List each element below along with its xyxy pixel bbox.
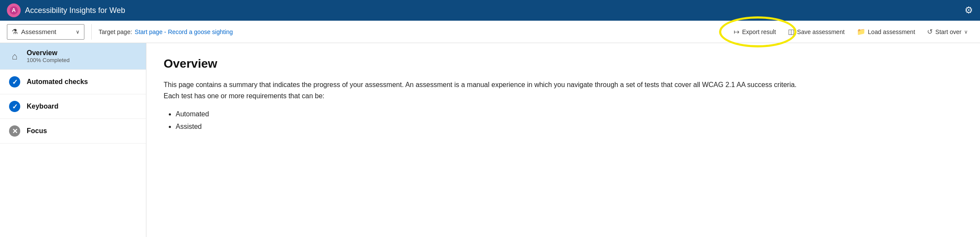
load-assessment-label: Load assessment [868,28,915,35]
sidebar-item-automated-checks[interactable]: Automated checks [0,70,146,94]
start-over-chevron-icon: ∨ [964,29,968,35]
assessment-icon: ⚗ [12,28,18,36]
start-over-label: Start over [935,28,961,35]
x-icon-focus [9,125,21,137]
export-result-label: Export result [742,28,776,35]
list-item-automated: Automated [176,108,809,121]
save-assessment-button[interactable]: ◫ Save assessment [783,24,850,40]
refresh-icon: ↺ [927,28,933,36]
sidebar-item-keyboard[interactable]: Keyboard [0,94,146,119]
start-over-button[interactable]: ↺ Start over ∨ [922,24,973,40]
main-area: ⌂ Overview 100% Completed Automated chec… [0,43,980,237]
sidebar-item-automated-title: Automated checks [27,78,88,86]
sidebar-item-overview[interactable]: ⌂ Overview 100% Completed [0,43,146,70]
sidebar-item-keyboard-text: Keyboard [27,103,59,110]
sidebar-item-overview-subtitle: 100% Completed [27,57,70,63]
home-icon: ⌂ [9,50,21,62]
sidebar-item-overview-text: Overview 100% Completed [27,49,70,63]
target-page-label: Target page: [99,28,132,35]
overview-description: This page contains a summary that indica… [164,79,809,101]
app-title: Accessibility Insights for Web [25,6,125,15]
save-icon: ◫ [788,28,794,36]
check-icon-automated [9,76,21,88]
save-assessment-label: Save assessment [797,28,845,35]
sidebar-item-focus-title: Focus [27,127,47,135]
svg-text:A: A [12,7,16,13]
topbar-left: A Accessibility Insights for Web [7,3,125,17]
sidebar-item-focus-text: Focus [27,127,47,135]
assessment-label: Assessment [21,28,72,35]
app-logo: A [7,3,21,17]
sidebar-item-automated-text: Automated checks [27,78,88,86]
sidebar-item-keyboard-title: Keyboard [27,103,59,110]
settings-icon[interactable]: ⚙ [964,5,973,16]
assessment-selector[interactable]: ⚗ Assessment ∨ [7,24,84,40]
export-result-button[interactable]: ↦ Export result [729,24,781,40]
target-page-link[interactable]: Start page - Record a goose sighting [135,28,233,35]
list-item-assisted: Assisted [176,121,809,133]
toolbar-actions: ↦ Export result ◫ Save assessment 📁 Load… [729,24,973,40]
check-icon-keyboard [9,100,21,112]
topbar: A Accessibility Insights for Web ⚙ [0,0,980,21]
folder-icon: 📁 [857,28,865,36]
load-assessment-button[interactable]: 📁 Load assessment [852,24,921,40]
target-page-area: Target page: Start page - Record a goose… [99,28,729,35]
overview-heading: Overview [164,57,963,71]
overview-list: Automated Assisted [164,108,809,133]
sidebar: ⌂ Overview 100% Completed Automated chec… [0,43,146,237]
sidebar-item-focus[interactable]: Focus [0,119,146,143]
chevron-down-icon: ∨ [76,29,80,35]
toolbar: ⚗ Assessment ∨ Target page: Start page -… [0,21,980,43]
content-area: Overview This page contains a summary th… [146,43,980,237]
export-icon: ↦ [734,28,739,36]
sidebar-item-overview-title: Overview [27,49,70,57]
overview-body: This page contains a summary that indica… [164,79,809,133]
toolbar-divider [91,24,92,40]
